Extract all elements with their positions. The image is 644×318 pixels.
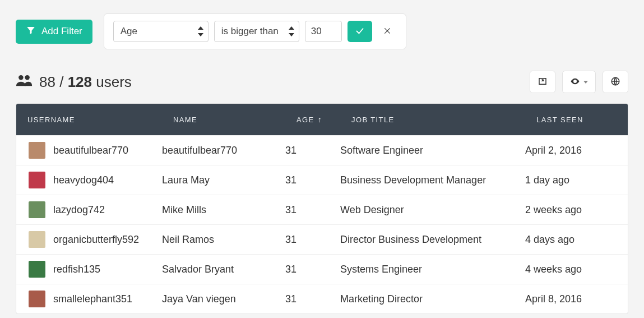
cell-username: heavydog404 [53, 174, 114, 186]
table-row[interactable]: beautifulbear770beautifulbear77031Softwa… [16, 135, 628, 165]
cell-name: Mike Mills [162, 204, 206, 216]
filter-panel: Age is bigger than [104, 13, 406, 49]
clear-filter-button[interactable] [378, 22, 397, 41]
open-external-icon [538, 76, 548, 88]
cell-job: Software Engineer [340, 145, 423, 156]
add-filter-label: Add Filter [41, 26, 82, 37]
select-caret-icon [198, 26, 203, 36]
cell-lastseen: 2 weeks ago [525, 204, 582, 216]
check-icon [355, 26, 365, 38]
results-summary: 88 / 128 users [16, 73, 132, 91]
add-filter-button[interactable]: Add Filter [16, 20, 92, 44]
cell-username: smallelephant351 [53, 293, 132, 305]
column-header-job[interactable]: JOB TITLE [340, 116, 525, 124]
cell-lastseen: April 8, 2016 [525, 293, 582, 305]
summary-noun: users [96, 73, 132, 90]
filter-value-input[interactable] [305, 21, 342, 42]
cell-name: Laura May [162, 174, 210, 186]
cell-name: Salvador Bryant [162, 264, 234, 275]
summary-sep: / [59, 73, 63, 90]
chevron-down-icon [583, 81, 588, 84]
visibility-dropdown-button[interactable] [562, 71, 596, 93]
column-header-age[interactable]: AGE ↑ [285, 116, 340, 124]
table-row[interactable]: heavydog404Laura May31Business Developme… [16, 165, 628, 195]
filtered-count: 88 [39, 73, 55, 90]
cell-username: organicbutterfly592 [53, 234, 139, 246]
avatar [29, 231, 45, 248]
globe-icon [610, 76, 620, 88]
cell-username: lazydog742 [53, 204, 105, 216]
funnel-icon [26, 25, 36, 38]
cell-username: redfish135 [53, 264, 100, 275]
cell-name: Jaya Van viegen [162, 293, 236, 305]
avatar [29, 142, 45, 159]
cell-age: 31 [285, 174, 296, 186]
table-row[interactable]: redfish135Salvador Bryant31Systems Engin… [16, 254, 628, 284]
cell-age: 31 [285, 293, 296, 305]
filter-field-value: Age [121, 26, 137, 37]
table-row[interactable]: organicbutterfly592Neil Ramos31Director … [16, 224, 628, 254]
cell-age: 31 [285, 264, 296, 275]
open-external-button[interactable] [530, 71, 555, 93]
filter-field-select[interactable]: Age [113, 21, 209, 42]
cell-lastseen: 1 day ago [525, 174, 569, 186]
cell-age: 31 [285, 234, 296, 246]
cell-age: 31 [285, 204, 296, 216]
cell-lastseen: 4 weeks ago [525, 264, 582, 275]
cell-lastseen: April 2, 2016 [525, 145, 582, 156]
cell-job: Director Business Development [340, 234, 481, 246]
cell-job: Business Development Manager [340, 174, 486, 186]
table-row[interactable]: smallelephant351Jaya Van viegen31Marketi… [16, 284, 628, 314]
close-icon [383, 27, 391, 36]
avatar [29, 291, 45, 307]
svg-point-2 [18, 75, 23, 80]
users-table: USERNAME NAME AGE ↑ JOB TITLE LAST SEEN … [16, 103, 628, 314]
cell-name: Neil Ramos [162, 234, 214, 246]
cell-age: 31 [285, 145, 296, 156]
filter-operator-select[interactable]: is bigger than [214, 21, 299, 42]
table-header: USERNAME NAME AGE ↑ JOB TITLE LAST SEEN [16, 104, 628, 135]
avatar [29, 201, 45, 218]
column-header-lastseen[interactable]: LAST SEEN [525, 116, 628, 124]
column-header-name[interactable]: NAME [162, 116, 285, 124]
avatar [29, 261, 45, 278]
avatar [29, 172, 45, 188]
cell-job: Marketing Director [340, 293, 423, 305]
svg-point-3 [25, 75, 29, 80]
globe-button[interactable] [603, 71, 628, 93]
eye-icon [570, 76, 580, 88]
users-icon [16, 73, 33, 91]
total-count: 128 [68, 73, 92, 90]
apply-filter-button[interactable] [348, 21, 372, 42]
table-row[interactable]: lazydog742Mike Mills31Web Designer2 week… [16, 195, 628, 224]
cell-name: beautifulbear770 [162, 145, 237, 156]
cell-lastseen: 4 days ago [525, 234, 574, 246]
filter-operator-value: is bigger than [221, 26, 279, 37]
cell-username: beautifulbear770 [53, 145, 128, 156]
sort-ascending-icon: ↑ [318, 116, 322, 123]
column-header-username[interactable]: USERNAME [16, 116, 162, 124]
select-caret-icon [289, 26, 294, 36]
cell-job: Systems Engineer [340, 264, 422, 275]
cell-job: Web Designer [340, 204, 404, 216]
